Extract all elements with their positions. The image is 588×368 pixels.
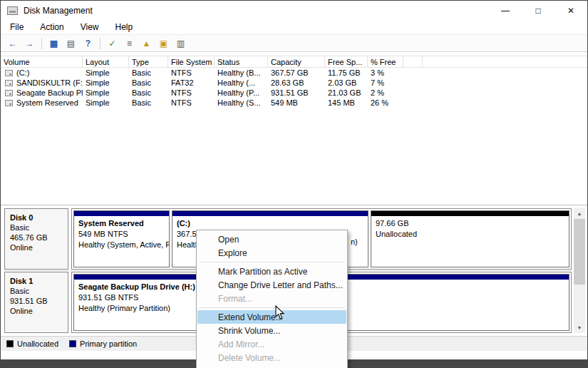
- column-header-volume[interactable]: Volume: [1, 56, 83, 67]
- volume-icon: [5, 100, 13, 106]
- volume-type: Basic: [129, 78, 168, 88]
- primary-partition-swatch-icon: [69, 340, 76, 347]
- scrollbar-thumb[interactable]: [574, 219, 585, 285]
- column-header-status[interactable]: Status: [215, 56, 268, 67]
- column-header-capacity[interactable]: Capacity: [268, 56, 325, 67]
- close-button[interactable]: ✕: [555, 1, 587, 20]
- volume-capacity: 931.51 GB: [268, 88, 325, 98]
- primary-partition-stripe: [172, 211, 368, 216]
- volume-type: Basic: [129, 68, 168, 78]
- partition-title: System Reserved: [78, 218, 165, 229]
- window-controls: — □ ✕: [489, 1, 587, 20]
- menu-item-format[interactable]: Format...: [197, 292, 346, 305]
- back-icon[interactable]: ←: [6, 36, 19, 50]
- vertical-scrollbar[interactable]: ▲ ▼: [574, 208, 585, 333]
- menu-view[interactable]: View: [78, 21, 101, 33]
- partition-system-reserved[interactable]: System Reserved 549 MB NTFS Healthy (Sys…: [73, 210, 170, 267]
- volume-name: (C:): [16, 68, 29, 77]
- window-title: Disk Management: [24, 6, 93, 16]
- menu-item-change-drive-letter[interactable]: Change Drive Letter and Paths...: [197, 278, 346, 292]
- mouse-cursor-icon: [275, 305, 285, 320]
- menu-item-delete-volume[interactable]: Delete Volume...: [197, 351, 346, 364]
- menu-item-mark-partition-active[interactable]: Mark Partition as Active: [197, 265, 346, 278]
- minimize-button[interactable]: —: [489, 1, 522, 20]
- disk-name: Disk 1: [10, 276, 63, 286]
- partition-unallocated[interactable]: 97.66 GB Unallocated: [371, 210, 569, 267]
- disk-status: Online: [10, 306, 63, 316]
- partition-status: Healthy (System, Active, Pri: [78, 240, 165, 250]
- properties-check-icon[interactable]: ✓: [105, 36, 119, 50]
- menu-item-add-mirror[interactable]: Add Mirror...: [197, 337, 346, 351]
- show-console-tree-icon[interactable]: ▦: [47, 36, 61, 50]
- table-row-sandisk[interactable]: SANDISKULTR (F:) Simple Basic FAT32 Heal…: [1, 78, 587, 88]
- disk-size: 931.51 GB: [10, 296, 63, 306]
- menu-separator: [199, 262, 345, 262]
- primary-partition-stripe: [74, 211, 169, 216]
- legend-unallocated: Unallocated: [6, 339, 58, 348]
- toolbar-separator: [100, 38, 100, 49]
- volume-free-space: 21.03 GB: [325, 88, 368, 98]
- panel-icon[interactable]: ▥: [174, 36, 187, 50]
- volume-icon: [5, 80, 13, 86]
- menu-file[interactable]: File: [8, 21, 26, 33]
- disk-size: 465.76 GB: [10, 232, 63, 242]
- scroll-down-arrow-icon[interactable]: ▼: [574, 322, 585, 333]
- volume-name: SANDISKULTR (F:): [16, 78, 83, 87]
- column-header-file-system[interactable]: File System: [168, 56, 215, 67]
- legend-primary-partition: Primary partition: [69, 339, 137, 348]
- table-row-seagate[interactable]: Seagate Backup Pl... Simple Basic NTFS H…: [1, 88, 587, 98]
- table-row-c[interactable]: (C:) Simple Basic NTFS Healthy (B... 367…: [1, 68, 587, 78]
- partition-context-menu: Open Explore Mark Partition as Active Ch…: [196, 230, 348, 368]
- list-icon[interactable]: ≡: [123, 36, 136, 50]
- column-header-empty: [403, 56, 423, 67]
- menu-action[interactable]: Action: [38, 21, 66, 33]
- menu-bar: File Action View Help: [1, 20, 587, 34]
- title-bar: Disk Management — □ ✕: [1, 1, 587, 20]
- help-icon[interactable]: ?: [81, 36, 95, 50]
- up-folder-icon[interactable]: ▲: [140, 36, 153, 50]
- disk-1-label[interactable]: Disk 1 Basic 931.51 GB Online: [4, 272, 68, 333]
- menu-separator: [199, 307, 345, 308]
- menu-item-shrink-volume[interactable]: Shrink Volume...: [197, 324, 346, 337]
- volume-capacity: 367.57 GB: [268, 68, 325, 78]
- clipped-text-fragment: n): [351, 237, 358, 246]
- legend-label: Primary partition: [80, 339, 137, 348]
- forward-icon[interactable]: →: [23, 36, 36, 50]
- partition-size: 549 MB NTFS: [78, 229, 165, 240]
- toolbar: ← → ▦ ▤ ? ✓ ≡ ▲ ▣ ▥: [1, 34, 587, 52]
- menu-item-explore[interactable]: Explore: [197, 246, 346, 260]
- volume-type: Basic: [129, 98, 168, 108]
- volume-file-system: FAT32: [168, 78, 215, 88]
- export-list-icon[interactable]: ▤: [64, 36, 78, 50]
- disk-kind: Basic: [10, 223, 63, 232]
- disk-0-label[interactable]: Disk 0 Basic 465.76 GB Online: [4, 208, 68, 270]
- volume-status: Healthy (P...: [215, 88, 268, 98]
- volume-pct-free: 7 %: [368, 78, 403, 88]
- menu-item-open[interactable]: Open: [197, 232, 346, 246]
- table-row-system-reserved[interactable]: System Reserved Simple Basic NTFS Health…: [1, 98, 587, 108]
- volume-layout: Simple: [83, 78, 129, 88]
- disk-app-icon: [7, 6, 18, 15]
- volume-capacity: 549 MB: [268, 98, 325, 108]
- partition-status: Unallocated: [376, 229, 564, 240]
- menu-item-extend-volume[interactable]: Extend Volume...: [197, 310, 346, 324]
- maximize-button[interactable]: □: [522, 1, 555, 20]
- column-header-pct-free[interactable]: % Free: [368, 56, 403, 67]
- volume-free-space: 2.03 GB: [325, 78, 368, 88]
- column-header-type[interactable]: Type: [129, 56, 168, 67]
- column-header-layout[interactable]: Layout: [83, 56, 129, 67]
- folder-icon[interactable]: ▣: [157, 36, 170, 50]
- volume-file-system: NTFS: [168, 88, 215, 98]
- unallocated-stripe: [371, 211, 569, 216]
- volume-file-system: NTFS: [168, 68, 215, 78]
- scroll-up-arrow-icon[interactable]: ▲: [574, 208, 585, 219]
- volume-layout: Simple: [83, 68, 129, 78]
- volume-table-header: Volume Layout Type File System Status Ca…: [1, 56, 587, 68]
- volume-status: Healthy (...: [215, 78, 268, 88]
- disk-name: Disk 0: [10, 213, 63, 223]
- menu-help[interactable]: Help: [113, 21, 135, 33]
- volume-name: Seagate Backup Pl...: [16, 88, 83, 97]
- volume-free-space: 11.75 GB: [325, 68, 368, 78]
- column-header-free-space[interactable]: Free Sp...: [325, 56, 368, 67]
- volume-status: Healthy (S...: [215, 98, 268, 108]
